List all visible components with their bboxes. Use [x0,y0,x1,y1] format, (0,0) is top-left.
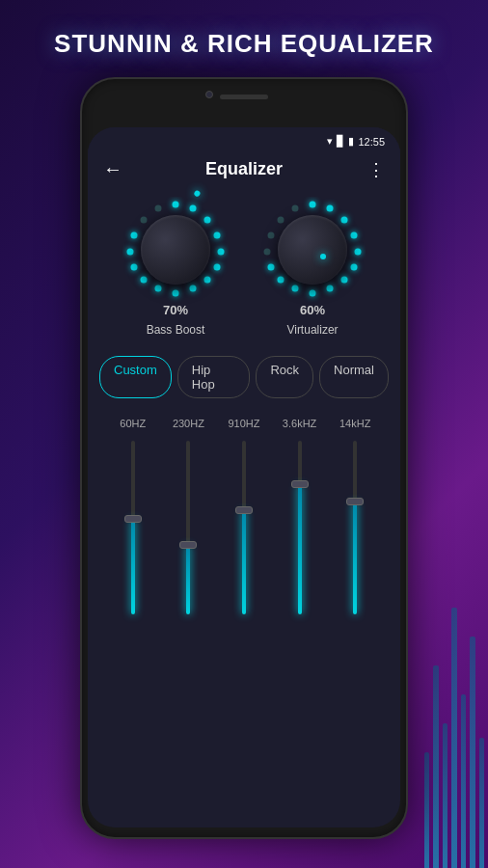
svg-point-21 [351,264,358,271]
slider-fill-3 [298,484,302,614]
slider-fill-2 [242,510,246,614]
freq-230hz: 230HZ [167,418,209,429]
freq-labels: 60HZ 230HZ 910HZ 3.6kHZ 14kHZ [97,414,391,433]
virtualizer-knob-wrapper[interactable] [259,197,366,303]
svg-point-5 [214,264,221,271]
svg-point-19 [351,232,358,239]
svg-point-26 [278,277,285,284]
sliders-row [97,433,391,645]
freq-910hz: 910HZ [223,418,265,429]
virtualizer-label: Virtualizer [286,321,338,339]
phone-screen: ▾ ▊ ▮ 12:55 ← Equalizer ⋮ [88,127,400,827]
knobs-area: 70% Bass Boost [88,187,400,348]
slider-fill-4 [353,502,357,614]
virtualizer-knob[interactable]: 60% Virtualizer [259,197,366,339]
wifi-icon: ▾ [327,135,333,148]
svg-point-2 [204,217,211,224]
svg-point-8 [173,290,179,297]
phone-frame: ▾ ▊ ▮ 12:55 ← Equalizer ⋮ [80,77,408,839]
freq-36khz: 3.6kHZ [279,418,321,429]
svg-point-7 [190,285,197,292]
status-bar: ▾ ▊ ▮ 12:55 [88,127,400,151]
svg-point-9 [155,285,162,292]
status-icons: ▾ ▊ ▮ 12:55 [327,135,385,148]
svg-point-0 [173,202,179,208]
slider-thumb-0[interactable] [124,515,142,523]
slider-fill-1 [186,545,190,614]
bass-boost-percent: 70% [163,303,188,317]
svg-point-11 [131,264,138,271]
slider-col-2[interactable] [223,441,265,637]
svg-point-6 [204,277,211,284]
eq-section: 60HZ 230HZ 910HZ 3.6kHZ 14kHZ [88,406,400,665]
svg-point-23 [327,285,334,292]
page-title: STUNNIN & RICH EQUALIZER [0,29,488,59]
slider-thumb-3[interactable] [291,480,309,488]
svg-point-10 [141,277,148,284]
svg-point-30 [278,217,285,224]
freq-14khz: 14kHZ [334,418,376,429]
svg-point-31 [292,205,299,212]
slider-track-4[interactable] [353,441,357,614]
slider-thumb-2[interactable] [235,506,253,514]
presets-row: Custom Hip Hop Rock Normal [88,348,400,406]
svg-point-1 [190,205,197,212]
svg-point-4 [218,249,225,256]
preset-custom[interactable]: Custom [99,356,172,398]
svg-point-18 [341,217,348,224]
menu-button[interactable]: ⋮ [367,159,385,180]
screen-title: Equalizer [205,159,283,179]
slider-thumb-4[interactable] [346,498,364,505]
freq-60hz: 60HZ [112,418,154,429]
time-display: 12:55 [358,136,385,148]
svg-point-17 [327,205,334,212]
deco-bars [420,579,488,868]
phone-camera [205,91,213,98]
svg-point-13 [131,232,138,239]
slider-thumb-1[interactable] [179,541,197,549]
virtualizer-percent: 60% [300,303,325,317]
back-button[interactable]: ← [103,158,122,180]
bass-boost-label: Bass Boost [147,321,205,339]
bass-boost-knob[interactable]: 70% Bass Boost [122,197,229,339]
bass-boost-knob-body[interactable] [141,215,210,285]
svg-point-27 [268,264,275,271]
slider-col-3[interactable] [279,441,321,637]
signal-icon: ▊ [337,135,344,148]
slider-fill-0 [131,519,135,614]
svg-point-12 [127,249,134,256]
slider-track-1[interactable] [186,441,190,614]
svg-point-28 [264,249,271,256]
battery-icon: ▮ [348,135,354,148]
preset-normal[interactable]: Normal [319,356,389,398]
svg-point-29 [268,232,275,239]
slider-col-0[interactable] [112,441,154,637]
svg-point-14 [141,217,148,224]
slider-track-2[interactable] [242,441,246,614]
preset-rock[interactable]: Rock [256,356,313,398]
slider-track-0[interactable] [131,441,135,614]
svg-point-25 [292,285,299,292]
svg-point-24 [310,290,316,297]
preset-hiphop[interactable]: Hip Hop [177,356,251,398]
virtualizer-indicator [320,254,326,259]
svg-point-16 [310,202,316,208]
slider-col-1[interactable] [167,441,209,637]
slider-col-4[interactable] [334,441,376,637]
virtualizer-knob-body[interactable] [278,215,347,285]
top-bar: ← Equalizer ⋮ [88,151,400,187]
svg-point-20 [355,249,362,256]
bass-boost-knob-wrapper[interactable] [122,197,229,303]
svg-point-15 [155,205,162,212]
svg-point-3 [214,232,221,239]
slider-track-3[interactable] [298,441,302,614]
phone-speaker [220,95,268,99]
svg-point-22 [341,277,348,284]
